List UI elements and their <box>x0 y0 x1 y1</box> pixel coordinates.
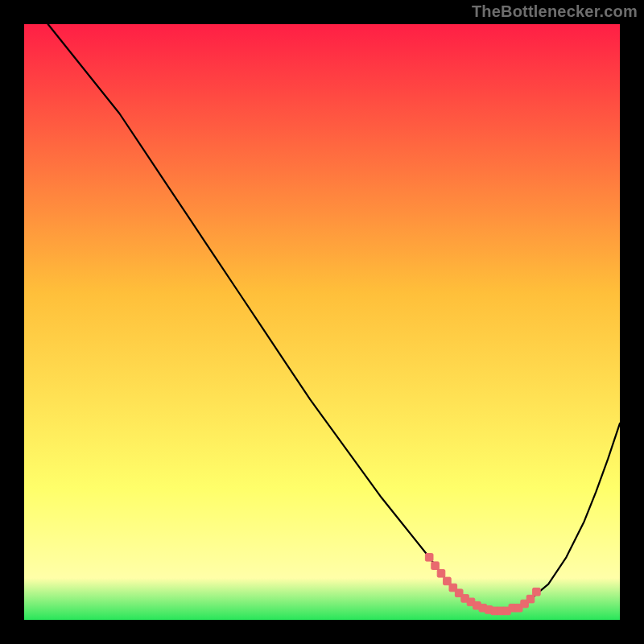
marker-point <box>526 595 535 603</box>
bottleneck-chart <box>0 0 644 644</box>
marker-point <box>425 554 433 562</box>
chart-container: TheBottlenecker.com <box>0 0 644 644</box>
marker-point <box>533 588 541 596</box>
plot-area <box>24 24 620 620</box>
watermark-text: TheBottlenecker.com <box>472 2 638 21</box>
marker-point <box>431 562 440 570</box>
marker-point <box>437 570 445 578</box>
